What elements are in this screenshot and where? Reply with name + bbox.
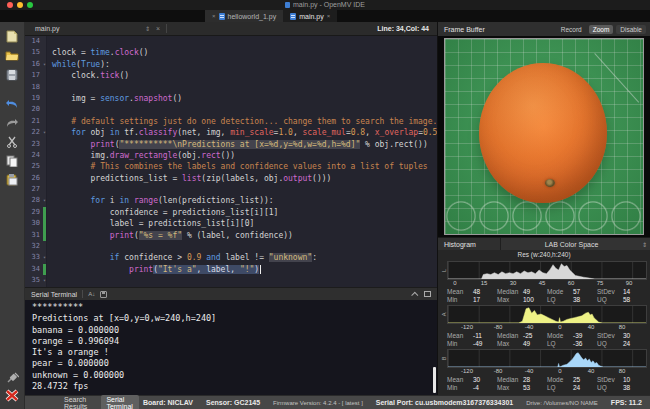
code-text: for i in range(len(predictions_list)): <box>47 195 274 206</box>
line-number[interactable]: 35▾ <box>25 275 47 286</box>
histogram-header: Histogram LAB Color Space ⇕ <box>438 237 650 250</box>
text-cursor <box>260 265 261 274</box>
code-line[interactable]: 28▾ for i in range(len(predictions_list)… <box>25 195 437 206</box>
line-number[interactable]: 22▾ <box>25 127 47 138</box>
redo-icon[interactable] <box>4 115 20 130</box>
code-line[interactable]: 33▾ if confidence > 0.9 and label != "un… <box>25 252 437 263</box>
code-area[interactable]: 1415clock = time.clock()16▾while(True):1… <box>25 36 437 287</box>
fold-arrow-icon[interactable]: ▾ <box>43 275 46 286</box>
code-line[interactable]: 24 img.draw_rectangle(obj.rect()) <box>25 150 437 161</box>
collapse-terminal-icon[interactable] <box>411 291 418 298</box>
save-file-icon[interactable] <box>4 67 20 82</box>
code-text: print("It's a", label, "!") <box>47 264 261 275</box>
fold-arrow-icon[interactable]: ▾ <box>43 127 46 138</box>
line-number[interactable]: 31 <box>25 230 47 241</box>
select-updown-icon: ⇕ <box>642 241 650 248</box>
code-line[interactable]: 15clock = time.clock() <box>25 47 437 58</box>
close-tab-icon[interactable]: × <box>212 13 216 19</box>
code-line[interactable]: 18 <box>25 82 437 93</box>
line-number[interactable]: 32 <box>25 241 47 252</box>
code-line[interactable]: 32 <box>25 241 437 252</box>
line-number[interactable]: 28▾ <box>25 195 47 206</box>
expand-terminal-icon[interactable] <box>424 291 431 297</box>
line-number[interactable]: 15 <box>25 47 47 58</box>
code-line[interactable]: 19 img = sensor.snapshot() <box>25 93 437 104</box>
line-number[interactable]: 34 <box>25 264 47 275</box>
code-line[interactable]: 20 <box>25 104 437 115</box>
open-file-icon[interactable] <box>4 48 20 63</box>
fold-arrow-icon[interactable]: ▾ <box>43 195 46 206</box>
code-line[interactable]: 35▾ <box>25 275 437 286</box>
code-line[interactable]: 34 print("It's a", label, "!") <box>25 264 437 275</box>
code-line[interactable]: 14 <box>25 36 437 47</box>
copy-icon[interactable] <box>4 153 20 168</box>
line-number[interactable]: 29 <box>25 207 47 218</box>
search-results-tab[interactable]: Search Results <box>59 395 97 409</box>
close-tab-icon[interactable]: × <box>327 13 331 19</box>
histogram-channel-l: L0153045607590Mean48Median49Mode57StDev1… <box>438 260 650 304</box>
line-number[interactable]: 18 <box>25 82 47 93</box>
code-line[interactable]: 21 # default settings just do one detect… <box>25 116 437 127</box>
frame-buffer-view[interactable] <box>438 36 650 237</box>
line-number[interactable]: 17 <box>25 70 47 81</box>
serial-terminal-header: Serial Terminal A↓ <box>25 287 437 300</box>
line-number[interactable]: 14 <box>25 36 47 47</box>
line-number[interactable]: 27 <box>25 184 47 195</box>
close-document-icon[interactable]: × <box>156 25 160 32</box>
line-number[interactable]: 16▾ <box>25 59 47 70</box>
open-document-selector[interactable]: main.py <box>25 25 145 32</box>
color-space-select[interactable]: LAB Color Space ⇕ <box>500 238 650 250</box>
save-log-icon[interactable] <box>100 291 107 298</box>
file-icon <box>219 13 225 20</box>
file-icon <box>290 13 296 20</box>
code-line[interactable]: 26 predictions_list = list(zip(labels, o… <box>25 173 437 184</box>
paste-icon[interactable] <box>4 172 20 187</box>
record-button[interactable]: Record <box>557 25 586 34</box>
code-line[interactable]: 31 print("%s = %f" % (label, confidence)… <box>25 230 437 241</box>
line-number[interactable]: 23 <box>25 139 47 150</box>
disconnect-icon[interactable] <box>4 388 20 403</box>
connect-icon[interactable] <box>4 370 20 385</box>
terminal-line: Predictions at [x=0,y=0,w=240,h=240] <box>32 313 437 324</box>
terminal-scrollbar[interactable] <box>433 367 436 393</box>
histogram-channels: L0153045607590Mean48Median49Mode57StDev1… <box>438 260 650 392</box>
line-number[interactable]: 33▾ <box>25 252 47 263</box>
tab-label: helloworld_1.py <box>228 13 277 20</box>
tab-main[interactable]: main.py × <box>283 10 337 22</box>
code-text <box>47 36 52 47</box>
status-item: Serial Port: cu.usbmodem3167376334301 <box>376 399 513 406</box>
line-number[interactable]: 30 <box>25 218 47 229</box>
fold-arrow-icon[interactable]: ▾ <box>43 252 46 263</box>
terminal-line: orange = 0.996094 <box>32 336 437 347</box>
doc-dropdown-icon[interactable]: ⇕ <box>145 25 150 32</box>
code-line[interactable]: 23 print("**********\nPredictions at [x=… <box>25 139 437 150</box>
serial-terminal-output[interactable]: **********Predictions at [x=0,y=0,w=240,… <box>25 300 437 395</box>
code-line[interactable]: 29 confidence = predictions_list[i][1] <box>25 207 437 218</box>
code-line[interactable]: 30 label = predictions_list[i][0] <box>25 218 437 229</box>
cut-icon[interactable] <box>4 134 20 149</box>
code-line[interactable]: 27 <box>25 184 437 195</box>
code-line[interactable]: 22▾ for obj in tf.classify(net, img, min… <box>25 127 437 138</box>
status-item: Drive: /Volumes/NO NAME <box>526 400 598 406</box>
code-line[interactable]: 25 # This combines the labels and confid… <box>25 161 437 172</box>
undo-icon[interactable] <box>4 96 20 111</box>
code-text: while(True): <box>47 59 110 70</box>
code-text: # default settings just do one detection… <box>47 116 437 127</box>
code-line[interactable]: 17 clock.tick() <box>25 70 437 81</box>
code-text: label = predictions_list[i][0] <box>47 218 254 229</box>
line-number[interactable]: 19 <box>25 93 47 104</box>
code-line[interactable]: 16▾while(True): <box>25 59 437 70</box>
new-file-icon[interactable] <box>4 29 20 44</box>
serial-terminal-tab[interactable]: Serial Terminal <box>101 395 139 409</box>
zoom-button[interactable]: Zoom <box>589 25 614 34</box>
line-number[interactable]: 26 <box>25 173 47 184</box>
code-text <box>47 275 52 286</box>
line-number[interactable]: 20 <box>25 104 47 115</box>
fold-arrow-icon[interactable]: ▾ <box>43 59 46 70</box>
line-number[interactable]: 21 <box>25 116 47 127</box>
tab-helloworld[interactable]: × helloworld_1.py <box>205 10 283 22</box>
text-size-icon[interactable]: A↓ <box>88 290 95 298</box>
line-number[interactable]: 25 <box>25 161 47 172</box>
disable-button[interactable]: Disable <box>616 25 646 34</box>
line-number[interactable]: 24 <box>25 150 47 161</box>
